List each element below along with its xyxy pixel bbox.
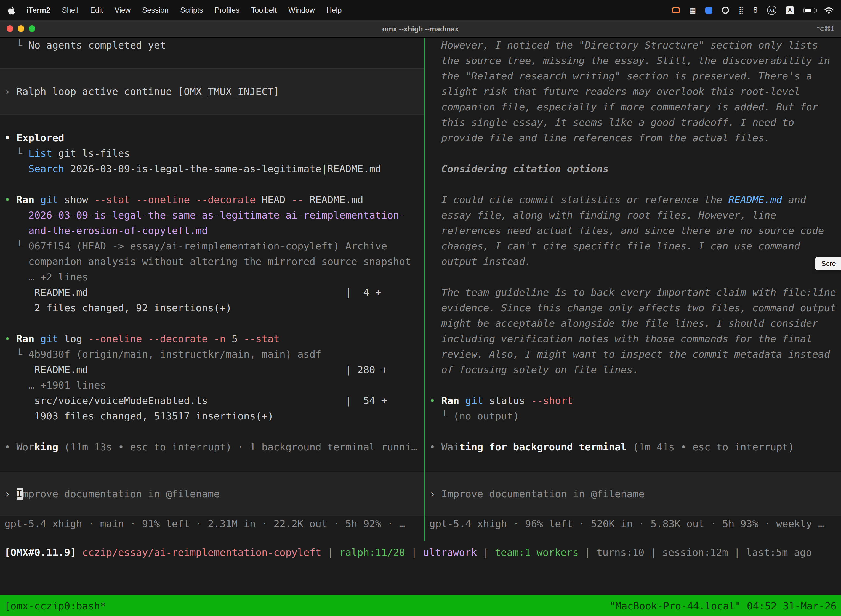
menu-item-edit[interactable]: Edit xyxy=(90,6,103,14)
text-segment xyxy=(4,209,28,221)
screen-tooltip[interactable]: Scre xyxy=(815,257,841,270)
zoom-button[interactable] xyxy=(29,25,35,32)
text-segment: 5 xyxy=(226,333,244,345)
terminal-line: the "Related research writing" section i… xyxy=(425,69,841,84)
text-segment: README.md xyxy=(728,194,782,205)
minimize-button[interactable] xyxy=(18,25,24,32)
inject-banner: › Ralph loop active continue [OMX_TMUX_I… xyxy=(0,69,424,115)
terminal-line: … +1901 lines xyxy=(0,378,424,393)
text-segment: • xyxy=(429,395,441,406)
text-segment: README.md xyxy=(303,194,363,205)
terminal-line: review. Also, I might want to inspect th… xyxy=(425,347,841,362)
terminal-line: companion file, especially if more comme… xyxy=(425,99,841,115)
blank-line xyxy=(425,424,841,439)
menu-item-profiles[interactable]: Profiles xyxy=(215,6,239,14)
text-segment: ting for background terminal xyxy=(459,441,627,453)
terminal-line: • Ran git status --short xyxy=(425,393,841,408)
menu-item-view[interactable]: View xyxy=(114,6,130,14)
screen: iTerm2 Shell Edit View Session Scripts P… xyxy=(0,0,841,616)
tmux-session-label: [omx-cczip0:bash* xyxy=(4,600,106,611)
input-source-icon[interactable]: A xyxy=(786,6,794,14)
text-segment: Search xyxy=(28,163,64,175)
menu-item-scripts[interactable]: Scripts xyxy=(180,6,203,14)
blank-line xyxy=(0,316,424,331)
text-segment: Considering citation options xyxy=(429,163,609,175)
menu-bar: iTerm2 Shell Edit View Session Scripts P… xyxy=(0,0,841,21)
text-segment: List xyxy=(28,147,53,159)
blank-line xyxy=(0,177,424,192)
numpad-icon[interactable]: 8 xyxy=(753,6,757,14)
terminal-line: └ 4b9d30f (origin/main, instructkr/main,… xyxy=(0,347,424,362)
terminal-line: 2026-03-09-is-legal-the-same-as-legitima… xyxy=(0,208,424,223)
menu-item-help[interactable]: Help xyxy=(327,6,342,14)
terminal-line: Search 2026-03-09-is-legal-the-same-as-l… xyxy=(0,161,424,177)
terminal-line: • Waiting for background terminal (1m 41… xyxy=(425,439,841,455)
text-segment: 2 files changed, 92 insertions(+) xyxy=(4,302,232,314)
traffic-lights xyxy=(7,25,35,32)
text-segment xyxy=(4,224,28,236)
text-segment: provide file and line references from th… xyxy=(429,132,770,144)
text-segment: [OMX#0.11.9] xyxy=(4,546,82,558)
text-segment: › xyxy=(4,85,16,97)
terminal-line: 1903 files changed, 513517 insertions(+) xyxy=(0,408,424,424)
text-segment: README.md | 4 + xyxy=(4,286,381,298)
screen-recording-icon[interactable] xyxy=(672,7,680,13)
text-segment: • xyxy=(4,441,16,453)
text-segment: Wor xyxy=(16,441,34,453)
text-segment: git xyxy=(40,194,58,205)
text-segment: essay file, along with finding root file… xyxy=(429,209,776,221)
terminal-line: README.md | 280 + xyxy=(0,362,424,378)
blank-line xyxy=(0,424,424,439)
window-grid-icon[interactable]: ▦ xyxy=(689,6,696,14)
omx-status-bar: [OMX#0.11.9] cczip/essay/ai-reimplementa… xyxy=(0,541,841,563)
app-grid-icon[interactable]: ⣿ xyxy=(738,6,744,14)
text-segment: turns:10 xyxy=(596,546,644,558)
text-segment: show xyxy=(58,194,94,205)
battery-gauge-icon[interactable]: .61 xyxy=(767,6,777,15)
prompt-input[interactable]: › Improve documentation in @filename xyxy=(0,472,424,516)
text-segment: git xyxy=(465,395,483,406)
close-button[interactable] xyxy=(7,25,13,32)
text-segment: this single essay, it seems like a good … xyxy=(429,116,794,128)
text-segment: session:12m xyxy=(662,546,728,558)
terminal-line: └ No agents completed yet xyxy=(0,38,424,53)
text-segment: (11m 13s • esc to interrupt) xyxy=(58,441,232,453)
text-segment: (no output) xyxy=(453,410,519,422)
raycast-icon[interactable] xyxy=(705,7,712,14)
blank-line xyxy=(0,53,424,69)
text-segment: changes, I can't cite specific file line… xyxy=(429,240,800,252)
terminal-line: this single essay, it seems like a good … xyxy=(425,115,841,130)
menu-item-session[interactable]: Session xyxy=(142,6,168,14)
menu-item-iterm2[interactable]: iTerm2 xyxy=(26,6,50,14)
text-segment: references need actual files, and since … xyxy=(429,224,824,236)
tmux-window: └ No agents completed yet› Ralph loop ac… xyxy=(0,38,841,541)
menu-item-shell[interactable]: Shell xyxy=(62,6,79,14)
text-segment: companion file, especially if more comme… xyxy=(429,101,818,113)
wifi-icon[interactable] xyxy=(825,7,833,13)
terminal-line: slight risk that future readers may over… xyxy=(425,84,841,99)
text-segment: --short xyxy=(531,395,573,406)
blank-line xyxy=(425,269,841,285)
prompt-input[interactable]: › Improve documentation in @filename xyxy=(425,472,841,516)
text-segment: -- xyxy=(292,194,303,205)
text-segment: └ xyxy=(429,410,453,422)
menu-item-window[interactable]: Window xyxy=(288,6,315,14)
menu-item-toolbelt[interactable]: Toolbelt xyxy=(251,6,277,14)
text-segment: gpt-5.4 xhigh · main · 91% left · 2.31M … xyxy=(4,518,405,529)
pane-left[interactable]: └ No agents completed yet› Ralph loop ac… xyxy=(0,38,424,541)
text-segment: Explored xyxy=(16,132,64,144)
window-title-bar[interactable]: omx --xhigh --madmax ⌥⌘1 xyxy=(0,21,841,38)
text-segment: Ran xyxy=(441,395,459,406)
terminal-line: changes, I can't cite specific file line… xyxy=(425,238,841,254)
apple-menu-icon[interactable] xyxy=(8,6,15,15)
tmux-status-bar: [omx-cczip0:bash* "MacBook-Pro-44.local"… xyxy=(0,595,841,616)
ghostty-icon[interactable] xyxy=(722,7,729,14)
text-segment: (1m 41s • esc to interrupt) xyxy=(627,441,794,453)
terminal-line: provide file and line references from th… xyxy=(425,130,841,146)
pane-right[interactable]: However, I noticed the "Directory Struct… xyxy=(425,38,841,541)
text-segment: | xyxy=(321,546,339,558)
text-segment: • xyxy=(429,441,441,453)
text-segment: Wai xyxy=(441,441,459,453)
terminal-line: evidence. Since this change only affects… xyxy=(425,300,841,316)
battery-icon[interactable] xyxy=(803,7,815,13)
